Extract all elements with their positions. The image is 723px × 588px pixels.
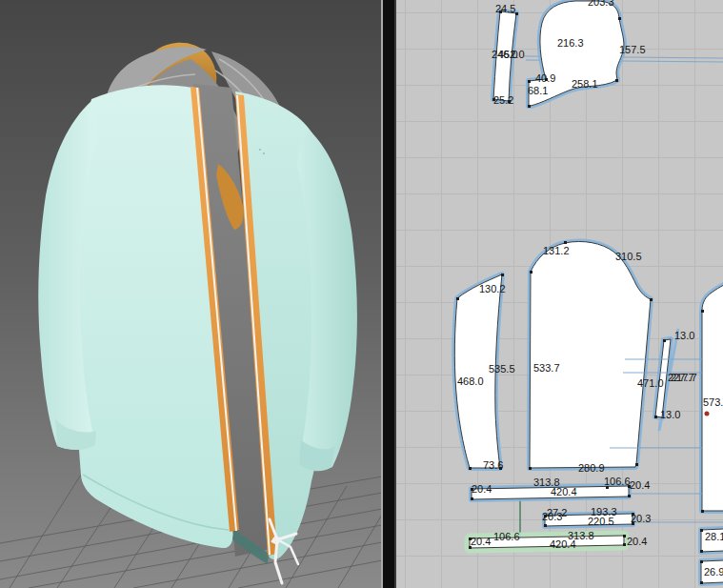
pattern-piece-hem-strip-1[interactable] — [472, 486, 629, 499]
pattern-piece-hem-strip-2[interactable] — [545, 514, 633, 526]
app-window: 24.5246.0452.025.2203.3216.3157.540.968.… — [0, 0, 723, 588]
red-notch-dot — [705, 412, 710, 416]
3d-viewport[interactable] — [0, 0, 382, 588]
pane-divider[interactable] — [381, 0, 396, 588]
2d-pattern-viewport[interactable]: 24.5246.0452.025.2203.3216.3157.540.968.… — [396, 0, 723, 588]
pattern-piece-hood-side-strip[interactable] — [493, 11, 516, 101]
3d-scene — [0, 0, 382, 588]
pattern-piece-cuff-strip-1[interactable] — [701, 529, 723, 552]
garment-3d[interactable] — [38, 43, 357, 583]
pattern-piece-hood[interactable] — [529, 1, 624, 106]
pattern-piece-hem-strip-3-selected[interactable] — [470, 536, 624, 548]
pattern-piece-front-body[interactable] — [530, 241, 651, 468]
pattern-piece-side-panel[interactable] — [454, 274, 502, 468]
pattern-canvas — [396, 0, 723, 588]
pattern-piece-zipper-placket[interactable] — [655, 329, 678, 431]
pattern-piece-cuff-strip-2[interactable] — [701, 560, 723, 583]
pattern-piece-right-front[interactable] — [702, 285, 723, 511]
